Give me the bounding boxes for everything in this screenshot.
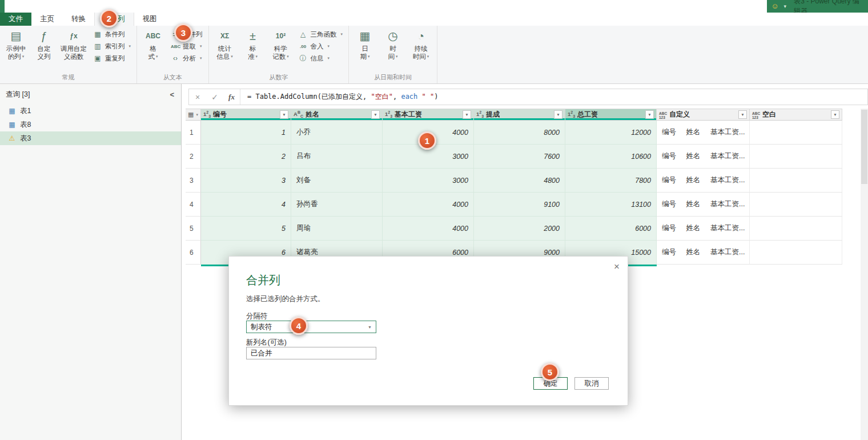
cell-r3-c5[interactable]: 编号 姓名 基本工资... [657,169,750,193]
filter-button[interactable]: ▼ [554,110,562,119]
filter-button[interactable]: ▼ [280,110,288,119]
cell-r2-c5[interactable]: 编号 姓名 基本工资... [657,145,750,169]
any-type-icon: ABC123 [659,110,667,120]
filter-button[interactable]: ▼ [463,110,471,119]
column-header-0[interactable]: 123编号▼ [201,109,291,121]
separator-dropdown[interactable]: 制表符 ▼ [246,321,376,333]
cell-r5-c2[interactable]: 4000 [383,217,474,241]
filter-button[interactable]: ▼ [738,110,747,119]
column-header-4[interactable]: 123总工资▼ [565,109,657,121]
index-column-button[interactable]: ▥索引列▾ [90,41,134,52]
close-icon[interactable]: × [614,261,620,273]
parse-button[interactable]: ‹›分析▾ [168,53,206,64]
row-number-3[interactable]: 3 [186,169,201,193]
cell-r6-c5[interactable]: 编号 姓名 基本工资... [657,241,750,265]
cell-r4-c4[interactable]: 13100 [565,193,657,217]
dialog-title: 合并列 [246,273,280,288]
tab-file[interactable]: 文件 [0,13,31,26]
queries-pane-title: 查询 [3] [6,90,30,99]
scientific-button[interactable]: 10²科学记数▾ [268,27,294,62]
duplicate-column-button[interactable]: ▣重复列 [90,53,134,64]
row-number-1[interactable]: 1 [186,121,201,145]
formula-text[interactable]: = Table.AddColumn(已添加自定义, "空白", each " "… [240,92,438,102]
cell-r2-c0[interactable]: 2 [201,145,291,169]
cell-r4-c3[interactable]: 9100 [474,193,565,217]
cell-r5-c5[interactable]: 编号 姓名 基本工资... [657,217,750,241]
row-number-6[interactable]: 6 [186,241,201,265]
extract-icon: ABC [171,44,180,49]
cell-r1-c4[interactable]: 12000 [565,121,657,145]
cell-r5-c0[interactable]: 5 [201,217,291,241]
cell-r2-c6[interactable] [750,145,842,169]
cell-r4-c0[interactable]: 4 [201,193,291,217]
formula-check-icon[interactable]: ✓ [206,93,223,102]
trigonometry-button[interactable]: △三角函数▾ [296,29,346,40]
filter-button[interactable]: ▼ [645,110,654,119]
conditional-column-button[interactable]: ▦条件列 [90,29,134,40]
column-header-6[interactable]: ABC123空白▼ [750,109,842,121]
cell-r1-c6[interactable] [750,121,842,145]
cell-r5-c4[interactable]: 6000 [565,217,657,241]
cell-r3-c4[interactable]: 7800 [565,169,657,193]
cell-r3-c2[interactable]: 3000 [383,169,474,193]
scrollbar-thumb[interactable] [861,110,867,184]
cell-r6-c6[interactable] [750,241,842,265]
duration-button[interactable]: ◔持续时间▾ [408,27,434,62]
formula-fx-icon[interactable]: fx [223,89,240,105]
invoke-custom-function-button[interactable]: ƒx调用自定义函数 [59,27,89,62]
date-button[interactable]: ▦日期▾ [352,27,378,62]
cell-r2-c1[interactable]: 吕布 [291,145,383,169]
quick-access-dropdown-icon[interactable]: ▾ [784,0,787,13]
cell-r4-c2[interactable]: 4000 [383,193,474,217]
column-header-3[interactable]: 123提成▼ [474,109,565,121]
statistics-button[interactable]: XΣ统计信息▾ [212,27,238,62]
cell-r4-c5[interactable]: 编号 姓名 基本工资... [657,193,750,217]
formula-cancel-icon[interactable]: × [189,93,206,102]
cell-r1-c3[interactable]: 8000 [474,121,565,145]
custom-column-button[interactable]: ƒ自定义列 [31,27,57,62]
cell-r5-c3[interactable]: 2000 [474,217,565,241]
filter-button[interactable]: ▼ [371,110,380,119]
cell-r3-c0[interactable]: 3 [201,169,291,193]
column-header-1[interactable]: ABC姓名▼ [291,109,383,121]
query-item-3[interactable]: ⚠表3 [0,131,181,145]
cell-r1-c5[interactable]: 编号 姓名 基本工资... [657,121,750,145]
vertical-scrollbar[interactable] [861,109,868,440]
filter-button[interactable]: ▼ [831,110,839,119]
cell-r5-c1[interactable]: 周瑜 [291,217,383,241]
cell-r1-c0[interactable]: 1 [201,121,291,145]
cell-r1-c1[interactable]: 小乔 [291,121,383,145]
cell-r2-c4[interactable]: 10600 [565,145,657,169]
new-column-input[interactable] [246,347,376,359]
time-button[interactable]: ◷时间▾ [380,27,406,62]
table-icon: ▦ [8,121,16,129]
row-number-5[interactable]: 5 [186,217,201,241]
cell-r3-c6[interactable] [750,169,842,193]
tab-transform[interactable]: 转换 [63,13,94,26]
query-item-1[interactable]: ▦表1 [0,104,181,118]
cell-r2-c3[interactable]: 7600 [474,145,565,169]
cancel-button[interactable]: 取消 [574,377,609,390]
tab-home[interactable]: 主页 [31,13,63,26]
column-header-2[interactable]: 123基本工资▼ [383,109,474,121]
row-number-2[interactable]: 2 [186,145,201,169]
cell-r4-c1[interactable]: 孙尚香 [291,193,383,217]
column-header-5[interactable]: ABC123自定义▼ [657,109,750,121]
cell-r4-c6[interactable] [750,193,842,217]
column-from-examples-button[interactable]: ▤示例中的列▾ [3,27,29,62]
row-number-4[interactable]: 4 [186,193,201,217]
query-item-2[interactable]: ▦表8 [0,118,181,131]
cell-r3-c3[interactable]: 4800 [474,169,565,193]
table-corner-button[interactable]: ▦▾ [186,109,201,121]
time-icon: ◷ [381,29,404,44]
information-button[interactable]: ⓘ信息▾ [296,53,346,64]
format-button[interactable]: ABC格式▾ [140,27,166,62]
standard-button[interactable]: ±标准▾ [240,27,266,62]
tab-view[interactable]: 视图 [134,13,166,26]
rounding-button[interactable]: .00舍入▾ [296,41,346,52]
cell-r3-c1[interactable]: 刘备 [291,169,383,193]
smiley-icon[interactable]: ☺ [771,0,778,13]
cell-r5-c6[interactable] [750,217,842,241]
collapse-pane-button[interactable]: < [170,90,174,99]
extract-button[interactable]: ABC提取▾ [168,41,206,52]
